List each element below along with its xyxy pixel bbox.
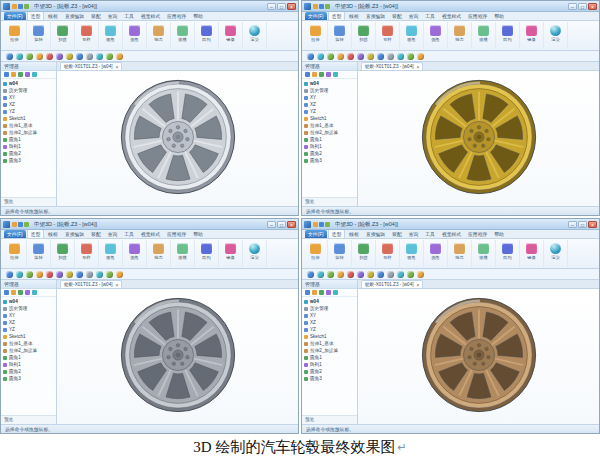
tree-item[interactable]: 圆角1 bbox=[304, 354, 355, 361]
tree-item[interactable]: 历史管理 bbox=[304, 87, 355, 94]
view-tool-icon[interactable] bbox=[106, 271, 113, 278]
tree-item[interactable]: YZ bbox=[3, 326, 54, 333]
menu-tab[interactable]: 线框 bbox=[346, 12, 362, 20]
menu-tab[interactable]: 装配 bbox=[88, 230, 104, 238]
view-tool-icon[interactable] bbox=[397, 271, 404, 278]
minimize-button[interactable]: – bbox=[568, 3, 577, 10]
ribbon-button[interactable]: 拔模 bbox=[472, 240, 496, 267]
tree-item[interactable]: 拉伸2_加运算 bbox=[3, 129, 54, 136]
menu-tab[interactable]: 线框 bbox=[45, 12, 61, 20]
ribbon-button[interactable]: 放样 bbox=[75, 22, 99, 49]
render-button[interactable]: 渲染 bbox=[243, 240, 267, 267]
minimize-button[interactable]: – bbox=[568, 221, 577, 228]
document-close-icon[interactable]: × bbox=[116, 65, 119, 69]
menu-tab[interactable]: 直接编辑 bbox=[62, 12, 87, 20]
tree-item[interactable]: XZ bbox=[304, 319, 355, 326]
manager-tab-icon[interactable] bbox=[18, 290, 23, 295]
menu-tab[interactable]: 视觉样式 bbox=[439, 230, 464, 238]
close-button[interactable]: × bbox=[588, 3, 597, 10]
view-tool-icon[interactable] bbox=[387, 53, 394, 60]
tree-root-item[interactable]: w04 bbox=[3, 80, 54, 87]
view-tool-icon[interactable] bbox=[417, 271, 424, 278]
tree-root-item[interactable]: w04 bbox=[3, 298, 54, 305]
quick-access-icon[interactable] bbox=[325, 4, 330, 9]
menu-tab[interactable]: 直接编辑 bbox=[363, 230, 388, 238]
ribbon-button[interactable]: 拉伸 bbox=[3, 22, 27, 49]
tree-item[interactable]: Sketch1 bbox=[3, 333, 54, 340]
menu-tab[interactable]: 帮助 bbox=[190, 230, 206, 238]
quick-access-icon[interactable] bbox=[12, 4, 17, 9]
view-tool-icon[interactable] bbox=[96, 271, 103, 278]
tree-item[interactable]: 圆角1 bbox=[3, 136, 54, 143]
manager-tab-icon[interactable] bbox=[18, 72, 23, 77]
ribbon-button[interactable]: 镜像 bbox=[219, 240, 243, 267]
ribbon-button[interactable]: 旋转 bbox=[328, 240, 352, 267]
tree-item[interactable]: 拉伸1_基体 bbox=[3, 340, 54, 347]
tree-item[interactable]: XY bbox=[304, 312, 355, 319]
menu-tab[interactable]: 帮助 bbox=[190, 12, 206, 20]
view-tool-icon[interactable] bbox=[337, 271, 344, 278]
document-tab[interactable]: 轮毂-X01T01.Z3 - [w04] × bbox=[361, 62, 423, 70]
manager-tab-icon[interactable] bbox=[333, 290, 338, 295]
view-tool-icon[interactable] bbox=[327, 271, 334, 278]
menu-tab[interactable]: 线框 bbox=[45, 230, 61, 238]
preview-pane-header[interactable]: 预览 bbox=[302, 197, 357, 206]
menu-tab[interactable]: 视觉样式 bbox=[138, 230, 163, 238]
view-tool-icon[interactable] bbox=[337, 53, 344, 60]
manager-tab-icon[interactable] bbox=[32, 72, 37, 77]
menu-tab[interactable]: 查询 bbox=[105, 12, 121, 20]
minimize-button[interactable]: – bbox=[267, 3, 276, 10]
ribbon-button[interactable]: 圆角 bbox=[400, 240, 424, 267]
view-tool-icon[interactable] bbox=[367, 53, 374, 60]
quick-access-icon[interactable] bbox=[319, 4, 324, 9]
tree-item[interactable]: 拉伸2_加运算 bbox=[304, 129, 355, 136]
menu-tab[interactable]: 帮助 bbox=[491, 12, 507, 20]
model-canvas[interactable] bbox=[358, 289, 599, 424]
ribbon-button[interactable]: 扫掠 bbox=[352, 22, 376, 49]
ribbon-button[interactable]: 扫掠 bbox=[51, 22, 75, 49]
tree-item[interactable]: Sketch1 bbox=[304, 115, 355, 122]
file-menu-tab[interactable]: 文件(F) bbox=[4, 12, 26, 20]
menu-tab[interactable]: 造型 bbox=[27, 12, 45, 20]
view-tool-icon[interactable] bbox=[317, 53, 324, 60]
render-button[interactable]: 渲染 bbox=[544, 240, 568, 267]
tree-item[interactable]: XZ bbox=[3, 319, 54, 326]
view-tool-icon[interactable] bbox=[56, 271, 63, 278]
ribbon-button[interactable]: 旋转 bbox=[27, 240, 51, 267]
tree-item[interactable]: 圆角1 bbox=[3, 354, 54, 361]
ribbon-button[interactable]: 拉伸 bbox=[3, 240, 27, 267]
manager-tab-icon[interactable] bbox=[326, 290, 331, 295]
view-tool-icon[interactable] bbox=[377, 53, 384, 60]
view-tool-icon[interactable] bbox=[36, 53, 43, 60]
ribbon-button[interactable]: 镜像 bbox=[219, 22, 243, 49]
ribbon-button[interactable]: 阵列 bbox=[195, 240, 219, 267]
manager-tab-icon[interactable] bbox=[312, 290, 317, 295]
tree-item[interactable]: 圆角2 bbox=[304, 150, 355, 157]
quick-access-icon[interactable] bbox=[18, 222, 23, 227]
view-tool-icon[interactable] bbox=[26, 53, 33, 60]
view-tool-icon[interactable] bbox=[16, 271, 23, 278]
tree-item[interactable]: 历史管理 bbox=[304, 305, 355, 312]
ribbon-button[interactable]: 旋转 bbox=[27, 22, 51, 49]
view-tool-icon[interactable] bbox=[6, 53, 13, 60]
view-tool-icon[interactable] bbox=[417, 53, 424, 60]
view-tool-icon[interactable] bbox=[367, 271, 374, 278]
file-menu-tab[interactable]: 文件(F) bbox=[4, 230, 26, 238]
maximize-button[interactable]: □ bbox=[578, 3, 587, 10]
menu-tab[interactable]: 装配 bbox=[389, 230, 405, 238]
preview-pane-header[interactable]: 预览 bbox=[302, 415, 357, 424]
ribbon-button[interactable]: 放样 bbox=[376, 240, 400, 267]
manager-tab-icon[interactable] bbox=[305, 290, 310, 295]
document-close-icon[interactable]: × bbox=[116, 283, 119, 287]
file-menu-tab[interactable]: 文件(F) bbox=[305, 12, 327, 20]
tree-item[interactable]: 拉伸1_基体 bbox=[3, 122, 54, 129]
minimize-button[interactable]: – bbox=[267, 221, 276, 228]
view-tool-icon[interactable] bbox=[116, 271, 123, 278]
manager-tab-icon[interactable] bbox=[11, 290, 16, 295]
view-tool-icon[interactable] bbox=[96, 53, 103, 60]
ribbon-button[interactable]: 倒角 bbox=[424, 22, 448, 49]
view-tool-icon[interactable] bbox=[407, 53, 414, 60]
view-tool-icon[interactable] bbox=[86, 271, 93, 278]
ribbon-button[interactable]: 抽壳 bbox=[448, 240, 472, 267]
menu-tab[interactable]: 造型 bbox=[328, 230, 346, 238]
